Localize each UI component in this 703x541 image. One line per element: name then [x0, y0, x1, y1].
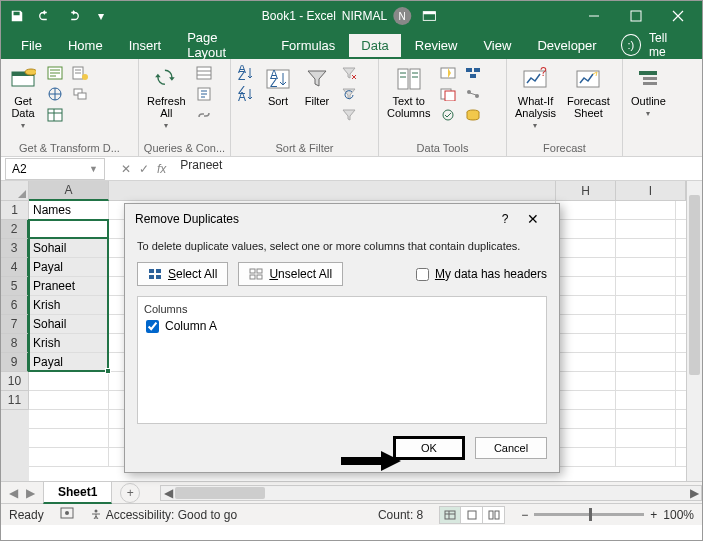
hscroll-right-icon[interactable]: ▶: [687, 486, 701, 500]
cell-empty[interactable]: [29, 372, 109, 391]
cell-empty[interactable]: [556, 315, 616, 334]
cell-empty[interactable]: [616, 391, 676, 410]
existing-connections-icon[interactable]: [69, 84, 91, 104]
sort-asc-icon[interactable]: AZ: [235, 63, 257, 83]
hscroll-thumb[interactable]: [175, 487, 265, 499]
col-header-A[interactable]: A: [29, 181, 109, 201]
enter-formula-icon[interactable]: ✓: [139, 162, 149, 176]
tab-home[interactable]: Home: [56, 34, 115, 57]
cell-empty[interactable]: [556, 258, 616, 277]
dialog-close-button[interactable]: ✕: [517, 211, 549, 227]
row-header-11[interactable]: 11: [1, 391, 29, 410]
vertical-scroll-thumb[interactable]: [689, 195, 700, 375]
cell-empty[interactable]: [29, 410, 109, 429]
name-box-dropdown-icon[interactable]: ▼: [89, 164, 98, 174]
cell-empty[interactable]: [29, 429, 109, 448]
cell-empty[interactable]: [616, 353, 676, 372]
cell-A3[interactable]: Sohail: [29, 239, 109, 258]
tab-review[interactable]: Review: [403, 34, 470, 57]
minimize-button[interactable]: [574, 1, 614, 31]
cell-A1[interactable]: Names: [29, 201, 109, 220]
relationships-icon[interactable]: [462, 84, 484, 104]
sort-desc-icon[interactable]: ZA: [235, 84, 257, 104]
cell-empty[interactable]: [556, 410, 616, 429]
redo-icon[interactable]: [61, 4, 85, 28]
select-all-corner[interactable]: [1, 181, 29, 201]
tab-view[interactable]: View: [471, 34, 523, 57]
outline-button[interactable]: Outline ▾: [627, 63, 670, 120]
queries-connections-icon[interactable]: [193, 63, 215, 83]
cell-empty[interactable]: [616, 277, 676, 296]
cell-empty[interactable]: [556, 239, 616, 258]
row-header-4[interactable]: 4: [1, 258, 29, 277]
data-validation-icon[interactable]: [437, 105, 459, 125]
row-header-3[interactable]: 3: [1, 239, 29, 258]
consolidate-icon[interactable]: [462, 63, 484, 83]
col-header-H[interactable]: H: [556, 181, 616, 201]
row-header-7[interactable]: 7: [1, 315, 29, 334]
ok-button[interactable]: OK: [393, 436, 465, 460]
vertical-scrollbar[interactable]: [686, 181, 702, 481]
cell-empty[interactable]: [616, 372, 676, 391]
my-data-has-headers-checkbox[interactable]: My data has headers: [416, 267, 547, 281]
tab-insert[interactable]: Insert: [117, 34, 174, 57]
cell-empty[interactable]: [616, 258, 676, 277]
zoom-slider[interactable]: [534, 513, 644, 516]
zoom-level[interactable]: 100%: [663, 508, 694, 522]
row-header-8[interactable]: 8: [1, 334, 29, 353]
row-header-2[interactable]: 2: [1, 220, 29, 239]
view-page-layout-button[interactable]: [461, 506, 483, 524]
formula-input[interactable]: Praneet: [174, 158, 702, 180]
zoom-in-button[interactable]: +: [650, 508, 657, 522]
cell-A5[interactable]: Praneet: [29, 277, 109, 296]
tab-file[interactable]: File: [9, 34, 54, 57]
from-web-icon[interactable]: [44, 84, 66, 104]
columns-listbox[interactable]: Columns Column A: [137, 296, 547, 424]
tell-me-search[interactable]: :) Tell me: [611, 27, 694, 63]
cell-empty[interactable]: [556, 201, 616, 220]
cell-empty[interactable]: [29, 391, 109, 410]
cell-empty[interactable]: [556, 334, 616, 353]
tab-developer[interactable]: Developer: [525, 34, 608, 57]
cell-empty[interactable]: [616, 315, 676, 334]
cell-empty[interactable]: [616, 334, 676, 353]
unselect-all-button[interactable]: Unselect All: [238, 262, 343, 286]
fill-handle[interactable]: [105, 368, 111, 374]
maximize-button[interactable]: [616, 1, 656, 31]
ribbon-display-options-icon[interactable]: [417, 4, 441, 28]
save-icon[interactable]: [5, 4, 29, 28]
tab-formulas[interactable]: Formulas: [269, 34, 347, 57]
accessibility-status[interactable]: Accessibility: Good to go: [90, 508, 237, 522]
cell-empty[interactable]: [616, 448, 676, 467]
sheet-tab-sheet1[interactable]: Sheet1: [43, 482, 112, 504]
filter-button[interactable]: Filter: [299, 63, 335, 109]
text-to-columns-button[interactable]: Text to Columns: [383, 63, 434, 121]
manage-data-model-icon[interactable]: [462, 105, 484, 125]
properties-icon[interactable]: [193, 84, 215, 104]
column-a-item[interactable]: Column A: [144, 317, 540, 335]
horizontal-scrollbar[interactable]: ◀ ▶: [160, 485, 702, 501]
remove-duplicates-icon[interactable]: [437, 84, 459, 104]
row-header-9[interactable]: 9: [1, 353, 29, 372]
reapply-filter-icon[interactable]: [338, 84, 360, 104]
hscroll-left-icon[interactable]: ◀: [161, 486, 175, 500]
select-all-button[interactable]: SSelect Allelect All: [137, 262, 228, 286]
cell-empty[interactable]: [556, 372, 616, 391]
from-text-csv-icon[interactable]: [44, 63, 66, 83]
headers-checkbox-input[interactable]: [416, 268, 429, 281]
recent-sources-icon[interactable]: [69, 63, 91, 83]
macro-record-icon[interactable]: [60, 507, 74, 522]
advanced-filter-icon[interactable]: [338, 105, 360, 125]
name-box[interactable]: A2 ▼: [5, 158, 105, 180]
row-header-1[interactable]: 1: [1, 201, 29, 220]
col-header-I[interactable]: I: [616, 181, 686, 201]
sheet-nav-next-icon[interactable]: ▶: [26, 486, 35, 500]
column-a-checkbox[interactable]: [146, 320, 159, 333]
cancel-button[interactable]: Cancel: [475, 437, 547, 459]
cell-empty[interactable]: [556, 277, 616, 296]
clear-filter-icon[interactable]: [338, 63, 360, 83]
flash-fill-icon[interactable]: [437, 63, 459, 83]
qat-customize-icon[interactable]: ▾: [89, 4, 113, 28]
cell-A9[interactable]: Payal: [29, 353, 109, 372]
from-table-range-icon[interactable]: [44, 105, 66, 125]
